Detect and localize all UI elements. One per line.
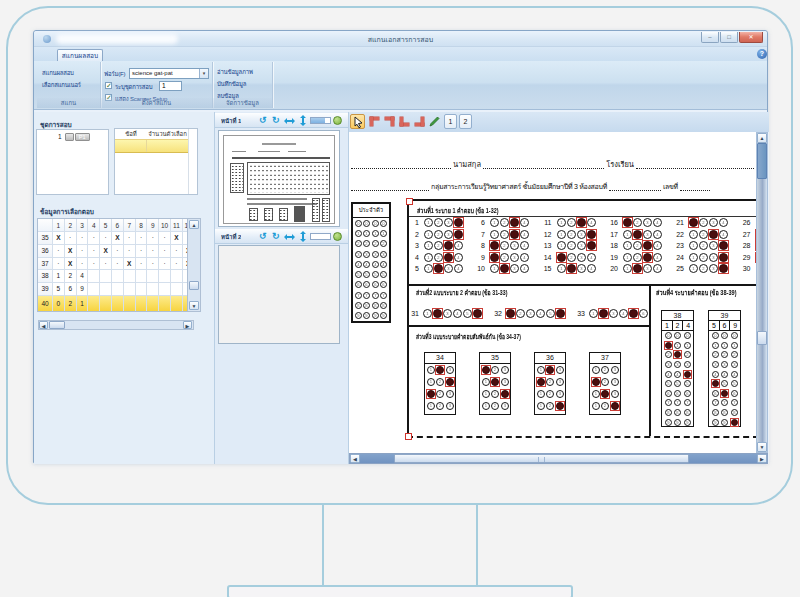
grid-cell[interactable]: [147, 296, 159, 312]
pencil-tool-button[interactable]: [427, 114, 442, 129]
grid-cell[interactable]: 1: [77, 296, 89, 312]
rotate-cw-icon[interactable]: ↻: [272, 231, 280, 241]
grid-cell[interactable]: 2: [65, 296, 77, 312]
grid-scroll-right-arrow[interactable]: ▶: [183, 321, 192, 329]
rotate-ccw-icon[interactable]: ↺: [259, 115, 267, 125]
grid-cell[interactable]: [171, 270, 183, 283]
grid-cell[interactable]: ·: [53, 258, 65, 271]
grid-cell[interactable]: ·: [147, 245, 159, 258]
corner-topleft-tool-button[interactable]: [367, 114, 382, 129]
grid-cell[interactable]: [112, 296, 124, 312]
grid-cell[interactable]: ·: [171, 245, 183, 258]
grid-cell[interactable]: [124, 283, 136, 296]
page1-thumbnail[interactable]: [218, 130, 340, 227]
viewer-vscrollbar[interactable]: ▲ ▼: [756, 132, 768, 453]
grid-cell[interactable]: ·: [77, 258, 89, 271]
grid-cell[interactable]: 5: [53, 283, 65, 296]
grid-cell[interactable]: ·: [88, 232, 100, 245]
grid-cell[interactable]: [159, 270, 171, 283]
grid-cell[interactable]: [124, 270, 136, 283]
rotate-ccw-icon[interactable]: ↺: [259, 231, 267, 241]
grid-cell[interactable]: ·: [159, 232, 171, 245]
grid-cell[interactable]: ·: [136, 258, 148, 271]
grid-cell[interactable]: ·: [124, 245, 136, 258]
grid-cell[interactable]: X: [112, 232, 124, 245]
viewer-vscroll-thumb[interactable]: [757, 143, 767, 179]
grid-cell[interactable]: ·: [147, 258, 159, 271]
grid-cell[interactable]: [88, 283, 100, 296]
choose-scanner-button[interactable]: เลือกสแกนเนอร์: [42, 80, 81, 90]
grid-cell[interactable]: X: [65, 245, 77, 258]
tab-scan-results[interactable]: สแกนผลสอบ: [57, 49, 103, 61]
grid-cell[interactable]: ·: [159, 258, 171, 271]
viewer-scroll-up-arrow[interactable]: ▲: [757, 133, 767, 143]
flip-horizontal-icon[interactable]: [284, 233, 295, 243]
answers-grid[interactable]: 12345678910111235X····X····X·36·X··X····…: [37, 218, 201, 312]
grid-cell[interactable]: ·: [100, 258, 112, 271]
grid-cell[interactable]: [171, 296, 183, 312]
grid-cell[interactable]: 2: [65, 270, 77, 283]
grid-cell[interactable]: ·: [112, 245, 124, 258]
grid-cell[interactable]: ·: [147, 232, 159, 245]
minimize-button[interactable]: –: [701, 32, 719, 43]
answers-grid-hscrollbar[interactable]: ◀ ▶: [38, 320, 194, 330]
grid-cell[interactable]: [159, 283, 171, 296]
grid-cell[interactable]: [136, 270, 148, 283]
grid-cell[interactable]: X: [171, 232, 183, 245]
exam-set-item[interactable]: 1 P1: [58, 132, 90, 141]
grid-cell[interactable]: 6: [65, 283, 77, 296]
combobox-arrow-icon[interactable]: ▾: [199, 69, 208, 78]
help-button[interactable]: ?: [757, 49, 767, 59]
form-combobox[interactable]: science gat-pat▾: [129, 68, 209, 79]
grid-cell[interactable]: [147, 270, 159, 283]
flip-vertical-icon[interactable]: [299, 115, 307, 128]
exam-set-listbox[interactable]: 1 P1: [36, 129, 109, 195]
page1-zoom-slider[interactable]: [310, 117, 331, 124]
page2-thumbnail[interactable]: [218, 245, 340, 344]
grid-cell[interactable]: [88, 296, 100, 312]
corner-bottomleft-tool-button[interactable]: [397, 114, 412, 129]
grid-cell[interactable]: [88, 270, 100, 283]
viewer-hscroll-thumb[interactable]: [394, 454, 689, 463]
specify-set-checkbox[interactable]: ✓: [105, 82, 112, 89]
grid-cell[interactable]: ·: [77, 232, 89, 245]
page1-apply-button[interactable]: [333, 116, 342, 125]
grid-scroll-down-arrow[interactable]: ▼: [189, 301, 199, 310]
grid-cell[interactable]: [112, 283, 124, 296]
grid-scroll-left-arrow[interactable]: ◀: [39, 321, 48, 329]
viewer-scroll-down-arrow[interactable]: ▼: [757, 442, 767, 452]
set-small-button[interactable]: [65, 133, 74, 141]
grid-cell[interactable]: ·: [65, 232, 77, 245]
document-viewer[interactable]: นามสกุล โรงเรียน กลุ่มสาระการเรียนรู้วิท…: [349, 132, 756, 453]
grid-cell[interactable]: ·: [136, 245, 148, 258]
page-1-button[interactable]: 1: [444, 114, 457, 129]
viewer-hscrollbar[interactable]: ◀ ▶: [349, 453, 768, 464]
page-2-button[interactable]: 2: [459, 114, 472, 129]
grid-cell[interactable]: ·: [100, 232, 112, 245]
set-p1-button[interactable]: P1: [75, 133, 90, 141]
grid-cell[interactable]: [136, 296, 148, 312]
corner-bottomright-tool-button[interactable]: [412, 114, 427, 129]
set-number-input[interactable]: 1: [159, 81, 182, 91]
grid-cell[interactable]: ·: [159, 245, 171, 258]
title-bar[interactable]: สแกนเอกสารการสอบ – □ ✕: [34, 31, 767, 47]
viewer-scroll-right-arrow[interactable]: ▶: [757, 454, 767, 463]
grid-cell[interactable]: [100, 270, 112, 283]
grid-scroll-up-arrow[interactable]: ▲: [189, 220, 199, 229]
grid-cell[interactable]: ·: [112, 258, 124, 271]
grid-cell[interactable]: [136, 283, 148, 296]
page2-zoom-slider[interactable]: [310, 233, 331, 240]
viewer-scroll-left-arrow[interactable]: ◀: [350, 454, 360, 463]
rotate-cw-icon[interactable]: ↻: [272, 115, 280, 125]
grid-hscroll-thumb[interactable]: [49, 321, 65, 329]
maximize-button[interactable]: □: [720, 32, 738, 43]
grid-cell[interactable]: [100, 296, 112, 312]
grid-cell[interactable]: 4: [77, 270, 89, 283]
answers-grid-vscrollbar[interactable]: ▲▼: [187, 219, 200, 311]
grid-cell[interactable]: 9: [77, 283, 89, 296]
grid-cell[interactable]: [171, 283, 183, 296]
grid-cell[interactable]: X: [100, 245, 112, 258]
flip-horizontal-icon[interactable]: [284, 117, 295, 127]
grid-cell[interactable]: ·: [53, 245, 65, 258]
scan-results-button[interactable]: สแกนผลสอบ: [42, 68, 74, 78]
